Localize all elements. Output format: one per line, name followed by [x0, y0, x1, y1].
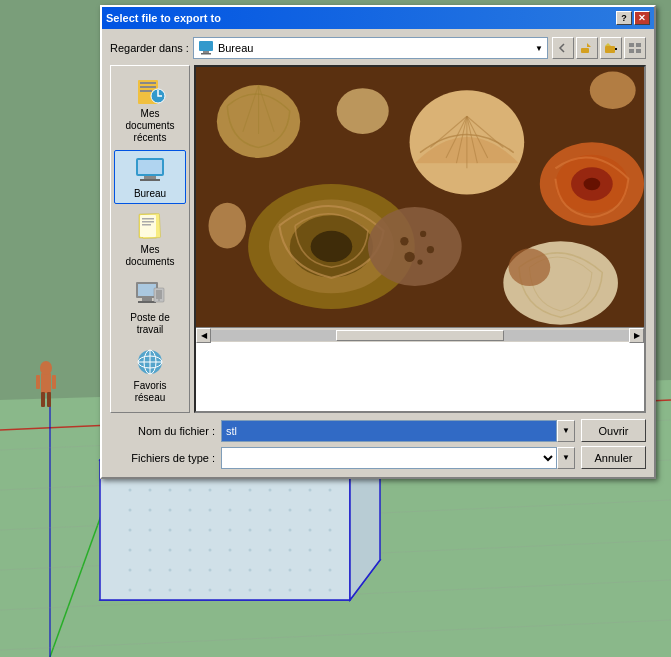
svg-point-84	[269, 589, 272, 592]
svg-point-61	[249, 549, 252, 552]
svg-point-57	[169, 549, 172, 552]
open-button[interactable]: Ouvrir	[581, 419, 646, 442]
scroll-track[interactable]	[211, 330, 629, 341]
svg-point-12	[40, 361, 52, 375]
svg-point-40	[269, 509, 272, 512]
sidebar-item-desktop[interactable]: Bureau	[114, 150, 186, 204]
desktop-label: Bureau	[134, 188, 166, 200]
svg-rect-105	[138, 160, 162, 174]
filename-combo[interactable]: ▼	[221, 420, 575, 442]
bottom-fields: Nom du fichier : ▼ Ouvrir Fichiers de ty…	[110, 419, 646, 469]
dropdown-arrow-icon: ▼	[535, 44, 543, 53]
look-in-dropdown[interactable]: Bureau ▼	[193, 37, 548, 59]
svg-rect-95	[629, 43, 634, 47]
svg-point-65	[329, 549, 332, 552]
svg-point-148	[400, 237, 408, 245]
svg-point-42	[309, 509, 312, 512]
network-icon	[134, 346, 166, 378]
svg-rect-16	[52, 375, 56, 389]
sidebar-item-recent[interactable]: Mes documentsrécents	[114, 70, 186, 148]
svg-point-79	[169, 589, 172, 592]
network-label: Favoris réseau	[117, 380, 183, 404]
close-button[interactable]: ✕	[634, 11, 650, 25]
svg-point-58	[189, 549, 192, 552]
svg-point-77	[129, 589, 132, 592]
svg-point-47	[189, 529, 192, 532]
svg-point-72	[249, 569, 252, 572]
svg-point-22	[129, 489, 132, 492]
svg-point-80	[189, 589, 192, 592]
dialog-title-bar: Select file to export to ? ✕	[102, 7, 654, 29]
svg-rect-89	[203, 51, 209, 53]
svg-point-23	[149, 489, 152, 492]
view-button[interactable]	[624, 37, 646, 59]
up-button[interactable]	[576, 37, 598, 59]
svg-rect-11	[41, 373, 51, 393]
svg-point-46	[169, 529, 172, 532]
export-dialog: Select file to export to ? ✕ Regarder da…	[100, 5, 656, 479]
desktop-icon	[198, 40, 214, 56]
svg-point-26	[209, 489, 212, 492]
scroll-left-button[interactable]: ◀	[196, 328, 211, 343]
svg-point-71	[229, 569, 232, 572]
svg-point-39	[249, 509, 252, 512]
svg-point-38	[229, 509, 232, 512]
svg-point-67	[149, 569, 152, 572]
svg-point-32	[329, 489, 332, 492]
svg-point-49	[229, 529, 232, 532]
toolbar-buttons	[552, 37, 646, 59]
svg-rect-92	[605, 46, 615, 53]
main-area: Mes documentsrécents Bureau	[110, 65, 646, 413]
cancel-button[interactable]: Annuler	[581, 446, 646, 469]
svg-point-33	[129, 509, 132, 512]
svg-point-74	[289, 569, 292, 572]
horizontal-scrollbar[interactable]: ◀ ▶	[196, 327, 644, 342]
svg-rect-13	[41, 392, 45, 407]
back-button[interactable]	[552, 37, 574, 59]
svg-rect-113	[142, 224, 151, 226]
sidebar-item-network[interactable]: Favoris réseau	[114, 342, 186, 408]
look-in-bar: Regarder dans : Bureau ▼	[110, 37, 646, 59]
filetype-dropdown-arrow[interactable]: ▼	[557, 447, 575, 469]
svg-rect-117	[138, 301, 156, 303]
filename-input[interactable]	[221, 420, 557, 442]
filetype-select[interactable]	[221, 447, 557, 469]
sidebar-item-documents[interactable]: Mes documents	[114, 206, 186, 272]
svg-rect-119	[156, 290, 162, 299]
svg-rect-115	[138, 284, 156, 296]
svg-point-73	[269, 569, 272, 572]
svg-point-54	[329, 529, 332, 532]
svg-point-82	[229, 589, 232, 592]
recent-icon	[134, 74, 166, 106]
svg-point-24	[169, 489, 172, 492]
title-bar-buttons: ? ✕	[616, 11, 650, 25]
svg-rect-90	[201, 53, 211, 55]
svg-point-41	[289, 509, 292, 512]
svg-point-70	[209, 569, 212, 572]
svg-point-69	[189, 569, 192, 572]
svg-point-55	[129, 549, 132, 552]
computer-label: Poste de travail	[117, 312, 183, 336]
scroll-right-button[interactable]: ▶	[629, 328, 644, 343]
file-preview-area: ◀ ▶	[194, 65, 646, 413]
up-icon	[580, 42, 594, 54]
svg-point-44	[129, 529, 132, 532]
scroll-thumb[interactable]	[336, 330, 503, 341]
help-button[interactable]: ?	[616, 11, 632, 25]
svg-point-86	[309, 589, 312, 592]
svg-point-53	[309, 529, 312, 532]
svg-point-85	[289, 589, 292, 592]
filename-row: Nom du fichier : ▼ Ouvrir	[110, 419, 646, 442]
svg-rect-97	[629, 49, 634, 53]
svg-point-59	[209, 549, 212, 552]
filename-dropdown-arrow[interactable]: ▼	[557, 420, 575, 442]
svg-rect-100	[140, 82, 156, 84]
new-folder-button[interactable]	[600, 37, 622, 59]
documents-icon	[134, 210, 166, 242]
view-icon	[628, 42, 642, 54]
back-icon	[557, 42, 569, 54]
sidebar-item-computer[interactable]: Poste de travail	[114, 274, 186, 340]
filetype-combo[interactable]: ▼	[221, 447, 575, 469]
svg-point-68	[169, 569, 172, 572]
svg-point-75	[309, 569, 312, 572]
